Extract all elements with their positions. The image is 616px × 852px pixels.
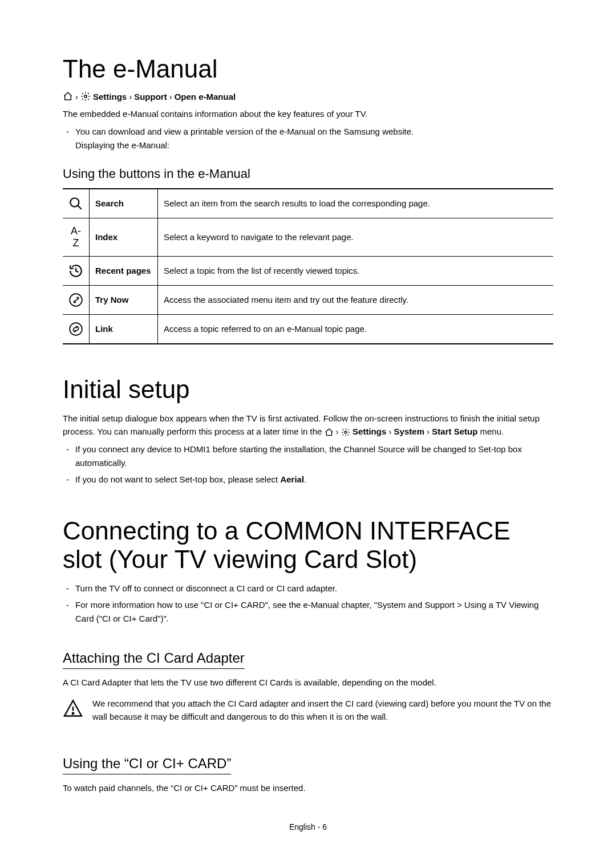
list-item-text: You can download and view a printable ve… <box>75 127 414 136</box>
home-icon <box>63 91 73 102</box>
list-item: If you connect any device to HDMI1 befor… <box>63 443 553 469</box>
list-item-text: . <box>304 474 306 484</box>
table-row: Try Now Access the associated menu item … <box>63 285 553 314</box>
intro-text: The embedded e-Manual contains informati… <box>63 107 553 120</box>
button-name: Link <box>90 314 158 344</box>
subheading-attach: Attaching the CI Card Adapter <box>63 650 245 669</box>
buttons-table: Search Select an item from the search re… <box>63 188 553 344</box>
svg-point-7 <box>72 713 74 714</box>
list-item: Turn the TV off to connect or disconnect… <box>63 582 553 595</box>
breadcrumb-sep: › <box>129 92 132 102</box>
gear-icon <box>341 428 350 437</box>
table-row: Search Select an item from the search re… <box>63 189 553 218</box>
svg-point-0 <box>84 95 87 98</box>
list-item: For more information how to use "CI or C… <box>63 598 553 625</box>
list-item-text: If you do not want to select Set-top box… <box>75 474 280 484</box>
heading-ci: Connecting to a COMMON INTERFACE slot (Y… <box>63 517 553 574</box>
warning-note: We recommend that you attach the CI Card… <box>63 697 553 728</box>
gear-icon <box>80 91 91 102</box>
subheading-buttons: Using the buttons in the e-Manual <box>63 167 553 181</box>
warning-icon <box>63 698 83 719</box>
svg-point-4 <box>70 323 82 335</box>
breadcrumb-item: System <box>394 427 424 436</box>
list-item: You can download and view a printable ve… <box>63 125 553 152</box>
svg-point-1 <box>70 198 79 206</box>
button-desc: Select an item from the search results t… <box>158 189 554 218</box>
attach-para: A CI Card Adapter that lets the TV use t… <box>63 676 553 689</box>
breadcrumb-item: Open e-Manual <box>175 92 236 102</box>
button-desc: Select a keyword to navigate to the rele… <box>158 218 554 256</box>
svg-point-5 <box>345 431 347 433</box>
breadcrumb-item: Settings <box>93 92 127 102</box>
search-icon <box>63 189 90 218</box>
table-row: A-Z Index Select a keyword to navigate t… <box>63 218 553 256</box>
button-desc: Access the associated menu item and try … <box>158 285 554 314</box>
button-name: Index <box>90 218 158 256</box>
warning-text: We recommend that you attach the CI Card… <box>92 697 553 724</box>
button-desc: Select a topic from the list of recently… <box>158 256 554 285</box>
svg-line-2 <box>78 205 82 209</box>
link-icon <box>63 314 90 344</box>
initial-para: The initial setup dialogue box appears w… <box>63 412 553 439</box>
table-row: Link Access a topic referred to on an e-… <box>63 314 553 344</box>
recent-icon <box>63 256 90 285</box>
subheading-using: Using the “CI or CI+ CARD” <box>63 756 231 774</box>
ci-bullets: Turn the TV off to connect or disconnect… <box>63 582 553 625</box>
aerial-label: Aerial <box>280 474 304 484</box>
breadcrumb-sep: › <box>169 92 172 102</box>
table-row: Recent pages Select a topic from the lis… <box>63 256 553 285</box>
using-para: To watch paid channels, the “CI or CI+ C… <box>63 781 553 794</box>
breadcrumb-sep: › <box>75 92 78 102</box>
breadcrumb-item: Settings <box>352 427 386 436</box>
emanual-bullets: You can download and view a printable ve… <box>63 125 553 152</box>
breadcrumb-emanual: › Settings › Support › Open e-Manual <box>63 91 553 102</box>
heading-emanual: The e-Manual <box>63 55 553 83</box>
breadcrumb-item: Start Setup <box>432 427 477 436</box>
list-item-text: Displaying the e-Manual: <box>75 140 169 150</box>
button-name: Try Now <box>90 285 158 314</box>
button-name: Search <box>90 189 158 218</box>
trynow-icon <box>63 285 90 314</box>
body-text: menu. <box>480 427 504 436</box>
button-desc: Access a topic referred to on an e-Manua… <box>158 314 554 344</box>
index-icon: A-Z <box>63 218 90 256</box>
heading-initial: Initial setup <box>63 375 553 404</box>
button-name: Recent pages <box>90 256 158 285</box>
breadcrumb-item: Support <box>134 92 167 102</box>
list-item: If you do not want to select Set-top box… <box>63 473 553 486</box>
home-icon <box>325 428 334 437</box>
page-footer: English - 6 <box>0 822 616 831</box>
initial-bullets: If you connect any device to HDMI1 befor… <box>63 443 553 486</box>
